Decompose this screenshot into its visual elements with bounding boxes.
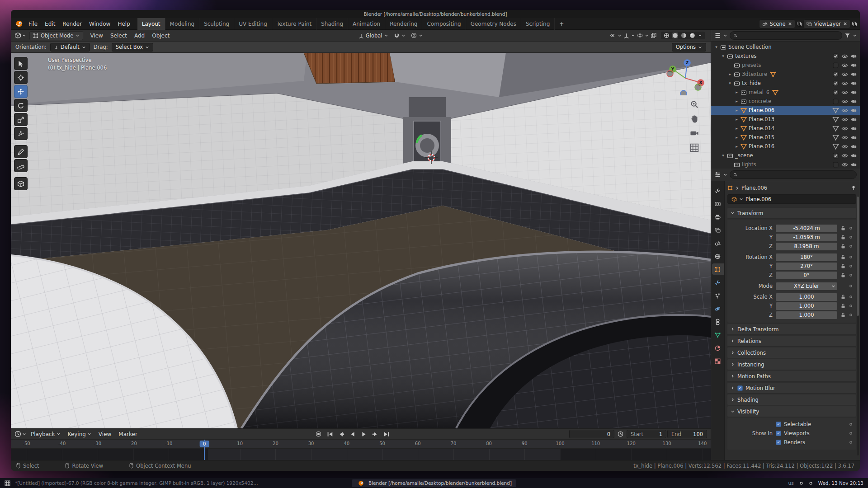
expander-icon[interactable]: ▸: [734, 144, 739, 149]
tray-icon[interactable]: [799, 481, 803, 485]
section-delta-transform[interactable]: Delta Transform: [727, 324, 856, 335]
menu-render[interactable]: Render: [59, 18, 85, 30]
expander-icon[interactable]: ▸: [734, 126, 739, 131]
tool-transform[interactable]: [14, 127, 28, 140]
properties-tab-render[interactable]: [712, 198, 724, 209]
chevron-down-icon[interactable]: [723, 33, 727, 38]
camera-toggle[interactable]: [850, 144, 857, 150]
window-titlebar[interactable]: Blender [/home/amalie/Desktop/blender/bu…: [11, 10, 860, 18]
eye-toggle[interactable]: [841, 117, 848, 122]
snapping-toggle[interactable]: [392, 31, 408, 40]
workspace-tab-sculpting[interactable]: Sculpting: [199, 18, 234, 30]
viewport-menu-view[interactable]: View: [86, 30, 106, 42]
animate-dot[interactable]: [848, 304, 854, 308]
lock-icon[interactable]: [840, 272, 846, 278]
animate-dot[interactable]: [848, 235, 854, 239]
camera-toggle[interactable]: [850, 80, 857, 86]
timeline-editor-type-icon[interactable]: [14, 431, 21, 437]
expander-icon[interactable]: ▾: [721, 153, 726, 158]
checkbox-checked[interactable]: ✓: [776, 440, 781, 445]
auto-keying-icon[interactable]: [316, 431, 321, 437]
camera-toggle[interactable]: [850, 71, 857, 77]
new-scene-icon[interactable]: [797, 21, 802, 27]
animate-dot[interactable]: [848, 313, 854, 317]
outliner-row-plane-014[interactable]: ▸Plane.014: [711, 124, 860, 133]
animate-dot[interactable]: [848, 432, 854, 435]
tool-add-cube[interactable]: [14, 177, 28, 190]
pan-hand-icon[interactable]: [690, 114, 699, 123]
camera-toggle[interactable]: [850, 53, 857, 59]
navigation-gizmo[interactable]: ZYX: [666, 57, 704, 95]
outliner-row-presets[interactable]: presets: [711, 61, 860, 70]
current-frame-indicator[interactable]: 0: [200, 441, 209, 447]
check-toggle[interactable]: [832, 153, 839, 159]
viewport-scene[interactable]: [11, 53, 711, 428]
section-motion-paths[interactable]: Motion Paths: [727, 371, 856, 382]
add-workspace-button[interactable]: +: [555, 18, 568, 30]
chevron-down-icon[interactable]: [853, 33, 857, 38]
properties-tab-object[interactable]: [712, 263, 724, 275]
mesh-data-toggle[interactable]: [832, 126, 839, 131]
menu-file[interactable]: File: [25, 18, 41, 30]
expander-icon[interactable]: ▸: [734, 135, 739, 140]
options-button[interactable]: Options: [672, 43, 706, 52]
expander-icon[interactable]: ▸: [727, 72, 732, 76]
checkbox-checked[interactable]: ✓: [776, 422, 781, 427]
camera-toggle[interactable]: [850, 99, 857, 104]
properties-tab-material[interactable]: [712, 342, 724, 353]
mesh-data-toggle[interactable]: [832, 117, 839, 122]
timeline-ruler-area[interactable]: -50-40-30-20-100102030405060708090100110…: [11, 440, 711, 460]
eye-toggle[interactable]: [841, 126, 848, 131]
axis-ball-neg-y[interactable]: [695, 84, 701, 90]
lock-icon[interactable]: [840, 312, 846, 318]
mode-dropdown[interactable]: Object Mode: [29, 31, 83, 40]
play-reverse-icon[interactable]: [349, 432, 356, 437]
outliner-search-field[interactable]: [730, 31, 842, 40]
outliner-row-concrete[interactable]: ▸concrete: [711, 97, 860, 106]
chevron-down-icon[interactable]: [698, 33, 702, 38]
properties-tab-data[interactable]: [712, 329, 724, 340]
tool-scale[interactable]: [14, 113, 28, 126]
workspace-tab-layout[interactable]: Layout: [137, 18, 165, 30]
viewport-3d[interactable]: User Perspective (0) tx_hide | Plane.006…: [11, 53, 711, 428]
menu-help[interactable]: Help: [114, 18, 133, 30]
eye-toggle[interactable]: [841, 99, 848, 104]
jump-to-prev-keyframe-icon[interactable]: [338, 432, 344, 437]
section-checkbox[interactable]: ✓: [737, 385, 743, 391]
tool-tweak[interactable]: [14, 57, 28, 70]
workspace-tab-modeling[interactable]: Modeling: [165, 18, 200, 30]
workspace-tab-shading[interactable]: Shading: [316, 18, 348, 30]
jump-to-next-keyframe-icon[interactable]: [372, 432, 378, 437]
axis-ball-neg-z[interactable]: [680, 90, 687, 95]
proportional-editing-icon[interactable]: [411, 33, 417, 38]
properties-tab-view-layer[interactable]: [712, 224, 724, 235]
field-location-x[interactable]: -5.4024 m: [776, 225, 837, 232]
properties-tab-tool[interactable]: [712, 185, 724, 196]
remove-view-layer-icon[interactable]: [843, 22, 847, 26]
eye-toggle[interactable]: [841, 162, 848, 168]
show-overlays-icon[interactable]: [637, 33, 643, 38]
outliner-row-metal[interactable]: ▸metal6: [711, 88, 860, 97]
properties-tab-output[interactable]: [712, 211, 724, 222]
magnet-icon[interactable]: [394, 33, 400, 38]
menu-window[interactable]: Window: [85, 18, 114, 30]
outliner-row-tx-hide[interactable]: ▾tx_hide: [711, 79, 860, 88]
checkbox-checked[interactable]: ✓: [776, 431, 781, 436]
outliner-row-plane-013[interactable]: ▸Plane.013: [711, 115, 860, 124]
camera-toggle[interactable]: [850, 153, 857, 159]
timeline-ruler[interactable]: -50-40-30-20-100102030405060708090100110…: [11, 440, 711, 449]
taskbar-window-gimp[interactable]: *[Untitled] (imported)-67.0 (RGB color 8…: [15, 480, 259, 486]
object-name-field[interactable]: Plane.006: [727, 194, 856, 204]
animate-dot[interactable]: [848, 284, 854, 288]
orientation-dropdown[interactable]: Default: [50, 43, 90, 52]
expander-icon[interactable]: ▾: [714, 45, 719, 49]
taskbar-window-blender[interactable]: Blender [/home/amalie/Desktop/blender/bu…: [352, 479, 516, 487]
mesh-data-toggle[interactable]: [832, 108, 839, 113]
chevron-down-icon[interactable]: [631, 33, 635, 38]
play-icon[interactable]: [361, 432, 367, 437]
workspace-tab-rendering[interactable]: Rendering: [385, 18, 422, 30]
expander-icon[interactable]: ▸: [734, 108, 739, 113]
properties-tab-texture[interactable]: [712, 355, 724, 366]
filter-icon[interactable]: [844, 33, 850, 38]
viewport-menu-select[interactable]: Select: [107, 30, 131, 42]
